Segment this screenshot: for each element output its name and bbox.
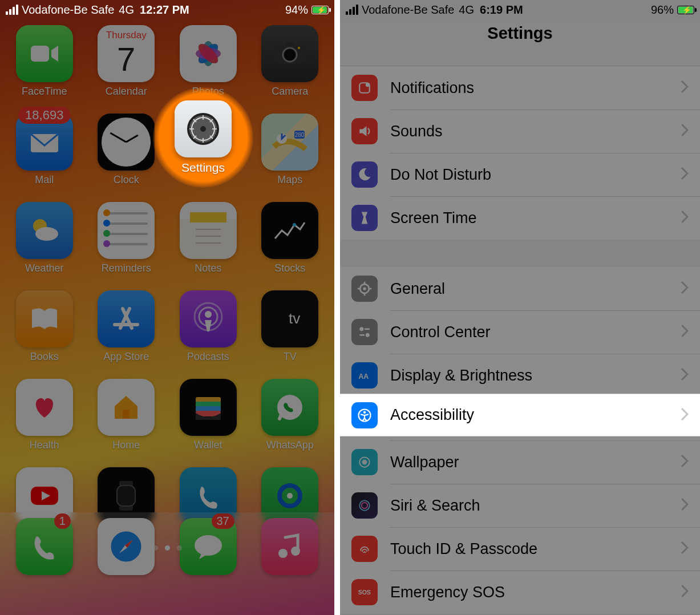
app-clock[interactable]: Clock [92,114,161,186]
svg-point-78 [362,503,368,509]
svg-point-54 [287,493,293,499]
row-display[interactable]: AA Display & Brightness [340,354,700,397]
settings-icon[interactable] [175,100,232,157]
sounds-icon [351,118,378,144]
chevron-right-icon [681,497,689,513]
row-general[interactable]: General [340,267,700,310]
battery-icon: ⚡ [311,6,329,14]
app-books[interactable]: Books [10,290,79,363]
app-facetime[interactable]: FaceTime [10,25,79,98]
app-label: Notes [195,262,221,274]
svg-rect-11 [31,46,49,62]
row-label: Accessibility [390,406,681,424]
battery-label: 94% [285,3,308,17]
app-notes[interactable]: Notes [174,202,242,274]
app-stocks[interactable]: Stocks [256,202,325,274]
mail-badge: 18,693 [18,107,70,124]
svg-point-63 [363,287,366,290]
app-appstore[interactable]: App Store [92,290,161,363]
health-icon [16,379,73,436]
svg-text:SOS: SOS [358,589,371,596]
app-tv[interactable]: tv TV [256,290,325,363]
status-bar: Vodafone-Be Safe 4G 6:19 PM 96% ⚡ [340,0,700,19]
app-whatsapp[interactable]: WhatsApp [256,379,325,451]
app-label: App Store [103,351,149,363]
podcasts-icon [180,290,237,347]
app-label: Clock [114,174,139,186]
touchid-icon [351,536,378,562]
app-label: Wallet [194,439,222,451]
section-gap [340,240,700,267]
tv-icon: tv [261,290,318,347]
chevron-right-icon [681,324,689,340]
app-label: Home [112,439,140,451]
controlcenter-icon [351,319,378,345]
row-sounds[interactable]: Sounds [340,110,700,153]
app-wallet[interactable]: Wallet [174,379,242,451]
svg-text:tv: tv [289,310,300,327]
maps-icon: 280 [261,114,318,171]
row-label: Do Not Disturb [390,166,681,184]
page-title: Settings [487,24,552,43]
app-home[interactable]: Home [92,379,161,451]
chevron-right-icon [681,407,689,423]
status-bar: Vodafone-Be Safe 4G 12:27 PM 94% ⚡ [0,0,334,19]
app-health[interactable]: Health [10,379,79,451]
row-screentime[interactable]: Screen Time [340,196,700,240]
app-label: Podcasts [187,351,229,363]
messages-badge: 37 [212,513,234,529]
highlight-settings[interactable]: Settings [153,87,253,188]
sos-icon: SOS [351,579,378,605]
svg-point-70 [366,333,370,337]
app-camera[interactable]: Camera [256,25,325,98]
app-label: WhatsApp [266,439,314,451]
app-reminders[interactable]: Reminders [92,202,161,274]
row-dnd[interactable]: Do Not Disturb [340,153,700,196]
svg-point-29 [35,227,58,241]
chevron-right-icon [681,584,689,600]
highlight-accessibility[interactable]: Accessibility [340,394,700,436]
weather-icon [16,202,73,259]
chevron-right-icon [681,281,689,297]
app-photos[interactable]: Photos [174,25,242,98]
settings-screen: Vodafone-Be Safe 4G 6:19 PM 96% ⚡ Settin… [340,0,700,615]
app-maps[interactable]: 280 Maps [256,114,325,186]
calendar-day-name: Thursday [98,30,155,41]
display-icon: AA [351,362,378,389]
battery-icon: ⚡ [677,6,694,14]
row-sos[interactable]: SOS Emergency SOS [340,571,700,614]
row-label: Display & Brightness [390,367,681,385]
svg-rect-42 [123,410,130,419]
screentime-icon [351,205,378,231]
svg-point-68 [359,327,363,331]
app-label: FaceTime [22,86,67,98]
chevron-right-icon [681,167,689,183]
svg-rect-22 [285,42,294,47]
clock-icon [98,114,155,171]
dnd-icon [351,161,378,188]
chevron-right-icon [681,367,689,383]
app-weather[interactable]: Weather [10,202,79,274]
page-indicator[interactable] [0,545,334,551]
row-siri[interactable]: Siri & Search [340,484,700,527]
photos-icon [180,25,237,82]
books-icon [16,290,73,347]
app-calendar[interactable]: Thursday 7 Calendar [92,25,161,98]
app-grid: FaceTime Thursday 7 Calendar Photos Came… [0,19,334,540]
svg-point-10 [200,126,206,132]
app-label: Books [30,351,59,363]
svg-point-23 [298,47,300,49]
app-mail[interactable]: 18,693 Mail [10,114,79,186]
app-podcasts[interactable]: Podcasts [174,290,242,363]
signal-icon [346,5,358,15]
row-touchid[interactable]: Touch ID & Passcode [340,527,700,571]
calendar-icon: Thursday 7 [98,25,155,82]
row-notifications[interactable]: Notifications [340,66,700,110]
svg-point-81 [363,411,366,413]
row-label: Emergency SOS [390,584,681,601]
chevron-right-icon [681,541,689,557]
row-wallpaper[interactable]: Wallpaper [340,440,700,484]
row-label: General [390,280,681,298]
row-controlcenter[interactable]: Control Center [340,310,700,354]
svg-text:280: 280 [295,132,305,138]
